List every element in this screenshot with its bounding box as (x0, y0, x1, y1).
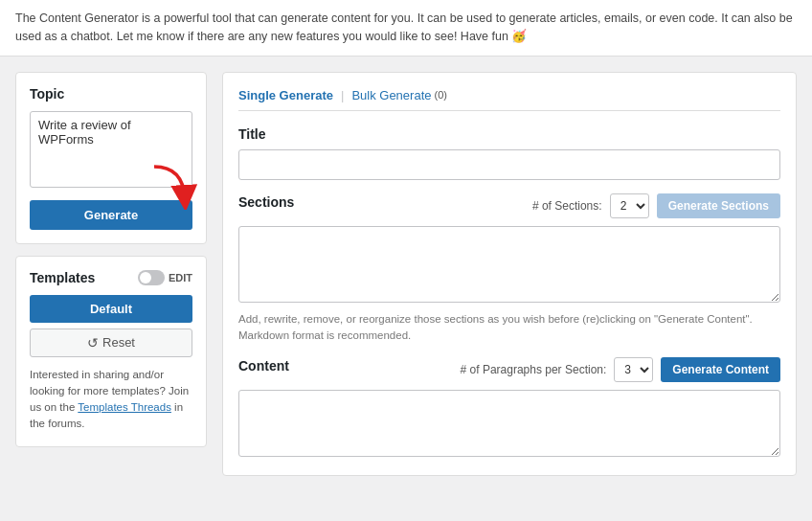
sections-label: Sections (238, 194, 294, 210)
edit-toggle-switch[interactable] (138, 270, 165, 285)
sections-controls: # of Sections: 2 1 3 4 5 Generate Sectio… (532, 193, 780, 218)
edit-toggle-group[interactable]: EDIT (138, 270, 192, 285)
title-input[interactable] (238, 149, 780, 180)
sections-count-label: # of Sections: (532, 199, 602, 213)
sections-row: Sections # of Sections: 2 1 3 4 5 Genera… (238, 193, 780, 218)
topic-input[interactable] (30, 111, 192, 188)
tab-divider: | (341, 88, 344, 102)
reset-label: Reset (102, 335, 135, 350)
sections-help-text: Add, rewrite, remove, or reorganize thos… (238, 311, 780, 345)
paragraphs-select[interactable]: 3 1 2 4 5 (614, 357, 653, 382)
left-panel: Topic Generate Templates (15, 72, 207, 447)
content-textarea[interactable] (238, 390, 780, 457)
templates-threads-link[interactable]: Templates Threads (78, 401, 171, 413)
generate-sections-button[interactable]: Generate Sections (657, 193, 780, 218)
templates-title: Templates (30, 270, 95, 285)
tab-bulk-generate[interactable]: Bulk Generate (351, 88, 431, 102)
content-controls: # of Paragraphs per Section: 3 1 2 4 5 G… (461, 357, 780, 382)
paragraphs-label: # of Paragraphs per Section: (461, 363, 607, 376)
sections-count-select[interactable]: 2 1 3 4 5 (610, 193, 649, 218)
reset-button[interactable]: ↺ Reset (30, 328, 192, 357)
sections-textarea[interactable] (238, 226, 780, 303)
tab-bulk-badge: (0) (434, 89, 446, 101)
tab-single-generate[interactable]: Single Generate (238, 88, 333, 102)
tab-bar: Single Generate | Bulk Generate (0) (238, 88, 780, 111)
top-description-bar: The Content Generator is a powerful tool… (0, 0, 812, 57)
generate-button[interactable]: Generate (30, 200, 192, 230)
content-label: Content (238, 358, 289, 374)
topic-title: Topic (30, 86, 192, 102)
templates-card: Templates EDIT Default ↺ Reset Intereste… (15, 256, 207, 447)
templates-header: Templates EDIT (30, 270, 192, 285)
edit-label: EDIT (169, 272, 192, 283)
reset-icon: ↺ (87, 335, 99, 351)
title-label: Title (238, 126, 780, 142)
topic-card: Topic Generate (15, 72, 207, 244)
content-row: Content # of Paragraphs per Section: 3 1… (238, 357, 780, 382)
description-text: The Content Generator is a powerful tool… (15, 11, 793, 43)
default-template-button[interactable]: Default (30, 295, 192, 323)
generate-content-button[interactable]: Generate Content (661, 357, 780, 382)
templates-footer: Interested in sharing and/or looking for… (30, 367, 192, 433)
right-panel: Single Generate | Bulk Generate (0) Titl… (222, 72, 797, 477)
